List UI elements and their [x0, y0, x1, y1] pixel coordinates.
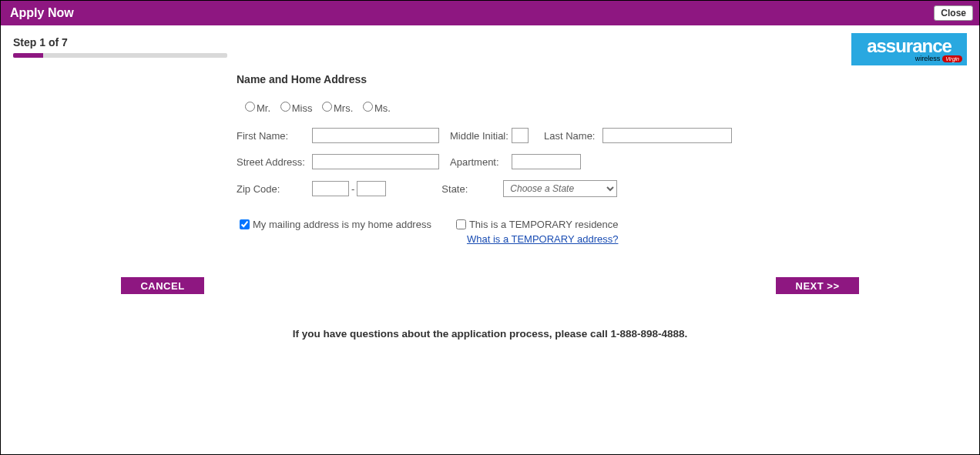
street-address-input[interactable]: [312, 154, 439, 169]
header-title: Apply Now: [10, 6, 74, 20]
label-first-name: First Name:: [237, 130, 312, 142]
radio-mr-input[interactable]: [245, 102, 255, 112]
app-window: Apply Now Close Step 1 of 7 assurance wi…: [0, 0, 980, 455]
checkbox-temporary-input[interactable]: [456, 219, 466, 229]
help-text: If you have questions about the applicat…: [13, 328, 967, 340]
progress-fill: [13, 53, 43, 58]
radio-miss[interactable]: Miss: [277, 102, 313, 114]
zip-dash: -: [351, 183, 354, 195]
next-button[interactable]: NEXT >>: [776, 277, 859, 294]
radio-ms[interactable]: Ms.: [359, 102, 391, 114]
logo-main-text: assurance: [867, 37, 951, 55]
state-select[interactable]: Choose a State: [503, 180, 617, 197]
checkbox-mailing-home[interactable]: My mailing address is my home address: [237, 219, 431, 245]
label-last-name: Last Name:: [544, 130, 602, 142]
apartment-input[interactable]: [512, 154, 581, 169]
radio-mr[interactable]: Mr.: [241, 102, 270, 114]
label-apartment: Apartment:: [450, 156, 512, 168]
button-row: CANCEL NEXT >>: [13, 277, 967, 294]
radio-mrs[interactable]: Mrs.: [318, 102, 353, 114]
radio-miss-input[interactable]: [280, 102, 290, 112]
label-zip-code: Zip Code:: [237, 183, 312, 195]
radio-mrs-input[interactable]: [322, 102, 332, 112]
cancel-button[interactable]: CANCEL: [121, 277, 204, 294]
row-address: Street Address: Apartment:: [237, 154, 776, 169]
checkbox-temporary[interactable]: This is a TEMPORARY residence: [453, 219, 619, 232]
checkbox-mailing-input[interactable]: [240, 219, 250, 229]
form-area: Name and Home Address Mr. Miss Mrs. Ms. …: [237, 73, 776, 245]
label-state: State:: [441, 183, 503, 195]
close-button[interactable]: Close: [934, 5, 973, 21]
virgin-badge: Virgin: [942, 55, 962, 62]
brand-logo: assurance wireless Virgin: [851, 33, 967, 65]
title-radio-group: Mr. Miss Mrs. Ms.: [241, 99, 776, 114]
row-zip-state: Zip Code: - State: Choose a State: [237, 180, 776, 197]
zip-input-2[interactable]: [357, 181, 386, 196]
last-name-input[interactable]: [602, 128, 732, 143]
row-name: First Name: Middle Initial: Last Name:: [237, 128, 776, 143]
middle-initial-input[interactable]: [512, 128, 529, 143]
checkbox-row: My mailing address is my home address Th…: [237, 219, 776, 245]
radio-ms-input[interactable]: [363, 102, 373, 112]
label-street-address: Street Address:: [237, 156, 312, 168]
first-name-input[interactable]: [312, 128, 439, 143]
step-label: Step 1 of 7: [13, 36, 967, 49]
zip-input-1[interactable]: [312, 181, 349, 196]
logo-sub-text: wireless Virgin: [915, 55, 962, 62]
header-bar: Apply Now Close: [1, 1, 979, 25]
content-area: Step 1 of 7 assurance wireless Virgin Na…: [1, 25, 979, 350]
progress-bar: [13, 53, 227, 58]
temporary-address-link[interactable]: What is a TEMPORARY address?: [467, 233, 619, 245]
label-middle-initial: Middle Initial:: [450, 130, 512, 142]
section-title: Name and Home Address: [237, 73, 776, 85]
